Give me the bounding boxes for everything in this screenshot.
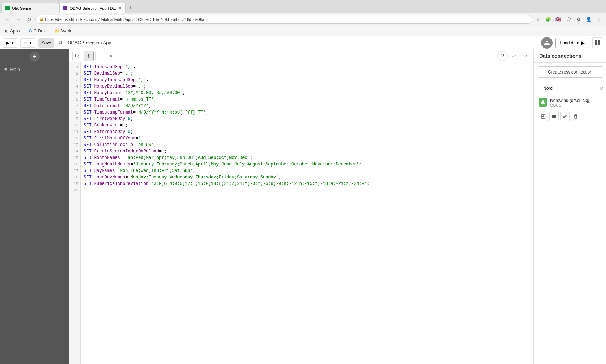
play-debug-button[interactable]: ▶ ▼ [3,38,17,48]
code-line: SET MoneyThousandSep=','; [84,77,531,83]
code-line [84,187,531,194]
svg-rect-2 [595,43,597,45]
code-line: SET FirstMonthOfYear=1; [84,135,531,142]
bookmarks-bar: ⊞ Apps G G Dev 📁 Work [0,26,606,36]
code-line: SET TimeFormat='h:mm:ss TT'; [84,96,531,103]
forward-button[interactable]: → [14,15,23,24]
reload-button[interactable]: ↻ [25,15,34,24]
new-tab-button[interactable]: + [126,3,136,13]
tab-close-qlik[interactable]: ✕ [52,6,55,10]
odag-favicon [63,6,67,10]
connection-actions [534,110,606,123]
connection-name: Nordwind (qtsel_ckg) [550,98,602,103]
code-content[interactable]: SET ThousandSep=',';SET DecimalSep='.';S… [81,62,533,364]
code-line: SET LongMonthNames='January;February;Mar… [84,161,531,168]
lock-icon: 🔒 [39,17,44,21]
indent-icon: ⇥ [98,53,102,58]
search-editor-button[interactable] [72,51,82,61]
list-icon: ☰ [23,40,27,45]
bookmark-apps[interactable]: ⊞ Apps [3,28,22,34]
shield-button[interactable]: 🛡 [564,15,573,24]
tab-bar: Qlik Sense ✕ ODAG Selection App | D... ✕… [0,0,606,13]
g-icon: G [28,28,32,34]
panel-title: Data connections [534,49,606,63]
sidebar-item-main[interactable]: ≡ Main [0,64,69,75]
indent-button[interactable]: ⇥ [95,51,105,61]
svg-rect-16 [575,115,576,115]
editor-toolbar-right: ? ↩ ↪ [497,51,531,61]
menu-button[interactable]: ⋮ [594,15,603,24]
search-clear-button[interactable]: ✕ [600,85,604,91]
folder-icon: 📁 [54,28,60,34]
gdev-label: G Dev [34,28,46,34]
code-line: SET MoneyDecimalSep='.'; [84,83,531,90]
layout-toggle-button[interactable] [592,37,603,48]
code-line: SET NumericalAbbreviation='3:k;6:M;9:G;1… [84,181,531,187]
help-button[interactable]: ? [497,51,508,61]
work-label: Work [61,28,71,34]
search-input[interactable] [543,86,597,91]
connection-odbc-icon [539,98,547,107]
toolbar-right: Load data ▶ [541,37,603,49]
code-line: SET DecimalSep='.'; [84,70,531,77]
svg-rect-1 [598,40,600,43]
connection-edit-button[interactable] [560,112,570,121]
qlik-favicon [5,6,10,10]
undo-button[interactable]: ↩ [509,51,519,61]
connection-select-button[interactable] [539,112,548,121]
back-button[interactable]: ← [3,15,12,24]
code-line: SET DayNames='Mon;Tue;Wed;Thu;Fri;Sat;Su… [84,168,531,174]
code-line: SET ThousandSep=','; [84,64,531,70]
code-line: SET TimestampFormat='M/D/YYYY h:mm:ss[.f… [84,109,531,116]
address-bar[interactable]: 🔒 https://dedus-ckh.qliktech.com/dataloa… [35,15,532,24]
code-editor[interactable]: 1234567891011121314151617181920 SET Thou… [69,62,533,364]
code-line: SET CollationLocale='en-US'; [84,142,531,148]
sidebar-main-label: Main [10,67,20,72]
line-numbers: 1234567891011121314151617181920 [69,62,81,364]
tab-qlik-sense[interactable]: Qlik Sense ✕ [1,3,59,13]
list-chevron: ▼ [29,41,32,45]
url-text: https://dedus-ckh.qliktech.com/dataloade… [45,17,207,22]
outdent-icon: ⇤ [110,53,114,58]
left-sidebar: + ≡ Main [0,49,69,364]
format-code-button[interactable]: ¶ [84,51,94,61]
save-button[interactable]: Save [38,38,54,48]
person-button[interactable]: 👤 [584,15,593,24]
puzzle-button[interactable]: ⚙ [574,15,583,24]
nav-bar: ← → ↻ 🔒 https://dedus-ckh.qliktech.com/d… [0,13,606,26]
connection-search-box[interactable]: ✕ [538,84,602,93]
connection-table-button[interactable] [549,112,559,121]
connection-type: ODBC [550,103,602,107]
bookmark-gdev[interactable]: G G Dev [26,28,48,34]
editor-area: ¶ ⇥ ⇤ ? ↩ ↪ 1234567891011121314151617181… [69,49,534,364]
extensions-button[interactable]: 🧩 [544,15,553,24]
connection-item-nordwind: Nordwind (qtsel_ckg) ODBC [534,95,606,110]
svg-rect-0 [595,40,597,43]
svg-point-4 [75,54,78,57]
flag-uk-button[interactable]: 🇬🇧 [554,15,563,24]
outdent-button[interactable]: ⇤ [107,51,117,61]
list-view-button[interactable]: ☰ ▼ [20,38,35,48]
play-icon: ▶ [6,40,9,45]
hamburger-icon: ≡ [4,67,7,72]
svg-rect-3 [598,43,600,45]
bookmark-work[interactable]: 📁 Work [52,28,74,34]
star-button[interactable]: ☆ [534,15,543,24]
create-connection-button[interactable]: Create new connection [538,66,602,78]
code-line: SET MoneyFormat='$#,##0.00;-$#,##0.00'; [84,90,531,96]
svg-rect-14 [552,117,556,118]
help-person-icon[interactable] [541,37,553,49]
app-logo-icon: ⧉ [59,40,62,46]
main-layout: + ≡ Main ¶ ⇥ ⇤ ? ↩ ↪ [0,49,606,364]
tab-odag[interactable]: ODAG Selection App | D... ✕ [59,3,126,13]
nav-actions: ☆ 🧩 🇬🇧 🛡 ⚙ 👤 ⋮ [534,15,603,24]
redo-button[interactable]: ↪ [521,51,531,61]
code-line: SET CreateSearchIndexOnReload=1; [84,148,531,155]
svg-line-5 [78,57,79,58]
apps-grid-icon: ⊞ [5,28,9,34]
add-section-button[interactable]: + [30,52,40,62]
tab-close-odag[interactable]: ✕ [118,6,122,10]
load-data-button[interactable]: Load data ▶ [556,38,589,48]
connection-delete-button[interactable] [571,112,580,121]
save-label: Save [41,40,51,45]
